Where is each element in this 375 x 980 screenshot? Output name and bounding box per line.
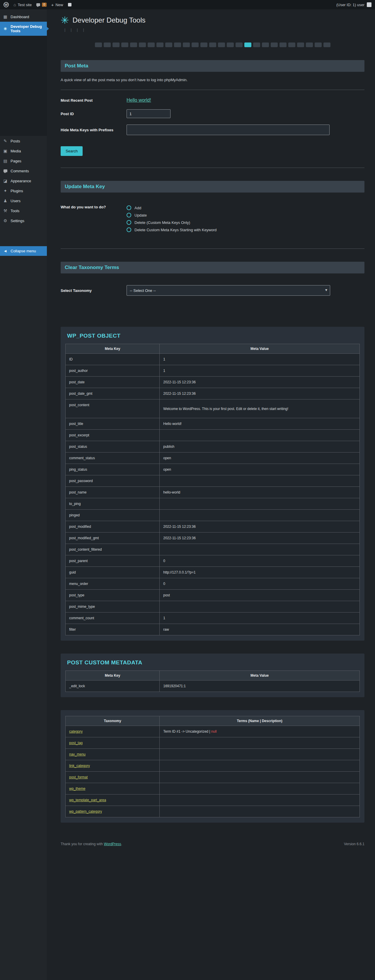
- taxonomy-link[interactable]: wp_pattern_category: [69, 810, 102, 813]
- tab[interactable]: [227, 43, 234, 47]
- meta-key-cell: post_content: [66, 399, 160, 418]
- taxonomy-link[interactable]: post_tag: [69, 741, 83, 745]
- submenu-item[interactable]: [0, 118, 47, 122]
- meta-value-cell: http://127.0.0.1/?p=1: [160, 567, 360, 578]
- tab[interactable]: [113, 43, 119, 47]
- submenu-item[interactable]: [0, 122, 47, 126]
- radio-option[interactable]: Delete Custom Meta Keys Starting with Ke…: [127, 228, 216, 232]
- tab[interactable]: [148, 43, 155, 47]
- submenu-item[interactable]: [0, 94, 47, 97]
- sidebar-item-posts[interactable]: ✎ Posts: [0, 136, 47, 146]
- taxonomy-link[interactable]: post_format: [69, 775, 87, 779]
- sidebar-item-media[interactable]: ▣ Media: [0, 146, 47, 156]
- submenu-item[interactable]: [0, 66, 47, 69]
- plugins-icon: ✦: [2, 188, 8, 193]
- taxonomy-link[interactable]: link_category: [69, 764, 90, 768]
- tab[interactable]: [306, 43, 313, 47]
- sidebar-item-comments[interactable]: Comments: [0, 166, 47, 176]
- tab[interactable]: [209, 43, 216, 47]
- radio-option[interactable]: Add: [127, 205, 216, 210]
- sidebar-item-plugins[interactable]: ✦ Plugins: [0, 186, 47, 196]
- taxonomy-link[interactable]: nav_menu: [69, 752, 86, 756]
- sidebar-item-tools[interactable]: ⚒ Tools: [0, 206, 47, 216]
- wordpress-link[interactable]: WordPress: [104, 842, 121, 846]
- sidebar-item-users[interactable]: ♟ Users: [0, 196, 47, 206]
- admin-bar-new[interactable]: + New: [51, 2, 63, 7]
- submenu-item[interactable]: [0, 83, 47, 87]
- tab[interactable]: [235, 43, 243, 47]
- tab[interactable]: [156, 43, 164, 47]
- post-id-input[interactable]: [127, 109, 170, 118]
- tab[interactable]: [218, 43, 225, 47]
- table-row: post_password: [66, 475, 360, 487]
- submenu-item[interactable]: [0, 52, 47, 55]
- tab[interactable]: [323, 43, 331, 47]
- submenu-item[interactable]: [0, 69, 47, 73]
- collapse-menu-button[interactable]: ◀ Collapse menu: [0, 246, 47, 256]
- sidebar-item-label: Comments: [11, 169, 29, 173]
- tab[interactable]: [174, 43, 181, 47]
- sidebar-item-developer-debug-tools[interactable]: ✳ Developer Debug Tools: [0, 22, 47, 36]
- submenu-item[interactable]: [0, 104, 47, 108]
- sidebar-item-appearance[interactable]: ◪ Appearance: [0, 176, 47, 186]
- sidebar-item-label: Posts: [11, 139, 20, 143]
- submenu-item[interactable]: [0, 38, 47, 41]
- submenu-item[interactable]: [0, 45, 47, 48]
- admin-bar-account[interactable]: (User ID: 1) user: [336, 2, 372, 7]
- taxonomy-cell: link_category: [66, 760, 160, 772]
- admin-bar-site-name[interactable]: ⌂ Test site: [13, 2, 32, 7]
- most-recent-post-link[interactable]: Hello world!: [127, 98, 151, 103]
- select-taxonomy-row: Select Taxonomy -- Select One -- ▾: [60, 285, 364, 296]
- submenu-item[interactable]: [0, 55, 47, 59]
- radio-option[interactable]: Update: [127, 213, 216, 218]
- wordpress-logo-icon: W: [3, 2, 9, 7]
- tab[interactable]: [183, 43, 190, 47]
- submenu-item[interactable]: [0, 73, 47, 76]
- submenu-item[interactable]: [0, 126, 47, 129]
- tab[interactable]: [139, 43, 146, 47]
- submenu-item[interactable]: [0, 129, 47, 132]
- admin-bar-page-shortcut[interactable]: [68, 3, 72, 6]
- tab[interactable]: [288, 43, 295, 47]
- tab[interactable]: [192, 43, 199, 47]
- wp-logo-menu[interactable]: W: [3, 2, 9, 7]
- sidebar-item-dashboard[interactable]: ▦ Dashboard: [0, 12, 47, 22]
- submenu-item[interactable]: [0, 80, 47, 83]
- submenu-item[interactable]: [0, 108, 47, 111]
- submenu-item[interactable]: [0, 41, 47, 45]
- tab[interactable]: [95, 43, 102, 47]
- submenu-item[interactable]: [0, 101, 47, 104]
- tab[interactable]: [244, 43, 251, 47]
- meta-value-cell: Hello world!: [160, 418, 360, 430]
- submenu-item[interactable]: [0, 48, 47, 52]
- hide-prefix-input[interactable]: [127, 124, 330, 135]
- submenu-item[interactable]: [0, 115, 47, 118]
- submenu-item[interactable]: [0, 90, 47, 94]
- taxonomy-select[interactable]: -- Select One --: [127, 285, 330, 296]
- search-button[interactable]: Search: [60, 146, 83, 156]
- taxonomy-link[interactable]: category: [69, 729, 83, 733]
- sidebar-item-pages[interactable]: ▤ Pages: [0, 156, 47, 166]
- tab[interactable]: [253, 43, 260, 47]
- submenu-item[interactable]: [0, 76, 47, 80]
- tab[interactable]: [200, 43, 207, 47]
- tab[interactable]: [104, 43, 111, 47]
- submenu-item[interactable]: [0, 97, 47, 101]
- tab[interactable]: [271, 43, 278, 47]
- tab[interactable]: [262, 43, 269, 47]
- submenu-item[interactable]: [0, 111, 47, 115]
- tab[interactable]: [121, 43, 128, 47]
- tab[interactable]: [315, 43, 322, 47]
- taxonomy-link[interactable]: wp_theme: [69, 787, 85, 791]
- tab[interactable]: [280, 43, 286, 47]
- sidebar-item-settings[interactable]: ⚙ Settings: [0, 216, 47, 226]
- admin-bar-comments[interactable]: 0: [37, 3, 46, 7]
- taxonomy-link[interactable]: wp_template_part_area: [69, 798, 106, 802]
- radio-option[interactable]: Delete (Custom Meta Keys Only): [127, 220, 216, 225]
- tab[interactable]: [297, 43, 304, 47]
- tab[interactable]: [165, 43, 172, 47]
- submenu-item[interactable]: [0, 87, 47, 90]
- tab[interactable]: [130, 43, 137, 47]
- submenu-item[interactable]: [0, 59, 47, 62]
- submenu-item[interactable]: [0, 62, 47, 66]
